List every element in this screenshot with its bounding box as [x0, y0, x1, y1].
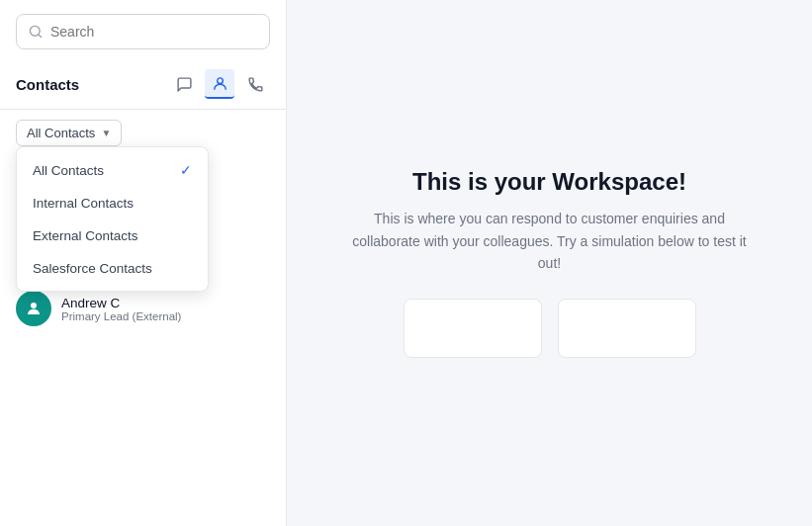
phone-icon[interactable] — [240, 69, 270, 99]
dropdown-item-internal[interactable]: Internal Contacts — [17, 187, 208, 219]
workspace-card-1[interactable] — [404, 299, 542, 358]
workspace-card-2[interactable] — [558, 299, 696, 358]
dropdown-item-internal-label: Internal Contacts — [33, 196, 134, 211]
contact-name-andrew: Andrew C — [61, 296, 181, 310]
contacts-icon[interactable] — [205, 69, 234, 99]
contacts-header: Contacts — [0, 63, 286, 110]
chat-icon[interactable] — [169, 69, 199, 99]
dropdown-item-salesforce-label: Salesforce Contacts — [33, 261, 152, 276]
contact-role-andrew: Primary Lead (External) — [61, 310, 181, 322]
svg-line-1 — [39, 35, 41, 37]
contacts-title: Contacts — [16, 76, 163, 93]
dropdown-item-all-label: All Contacts — [33, 163, 104, 178]
svg-point-5 — [31, 303, 37, 308]
workspace-cards — [404, 299, 696, 358]
workspace-description: This is where you can respond to custome… — [352, 208, 748, 274]
search-icon — [29, 25, 43, 39]
contact-info-andrew: Andrew C Primary Lead (External) — [61, 296, 181, 322]
avatar-andrew — [16, 291, 51, 326]
dropdown-item-external-label: External Contacts — [33, 228, 138, 243]
dropdown-item-all[interactable]: All Contacts ✓ — [17, 153, 208, 187]
filter-label: All Contacts — [27, 126, 95, 140]
check-icon: ✓ — [180, 162, 192, 178]
contacts-filter-dropdown: All Contacts ✓ Internal Contacts Externa… — [16, 146, 209, 292]
svg-point-2 — [217, 77, 223, 83]
dropdown-item-salesforce[interactable]: Salesforce Contacts — [17, 252, 208, 285]
sidebar: Contacts All Contacts ▼ All Contacts — [0, 0, 287, 526]
search-input[interactable] — [50, 24, 257, 40]
workspace-title: This is your Workspace! — [412, 168, 686, 196]
dropdown-item-external[interactable]: External Contacts — [17, 219, 208, 252]
workspace-panel: This is your Workspace! This is where yo… — [287, 0, 812, 526]
all-contacts-filter-button[interactable]: All Contacts ▼ — [16, 120, 122, 146]
search-bar[interactable] — [16, 14, 270, 49]
chevron-down-icon: ▼ — [101, 128, 111, 138]
